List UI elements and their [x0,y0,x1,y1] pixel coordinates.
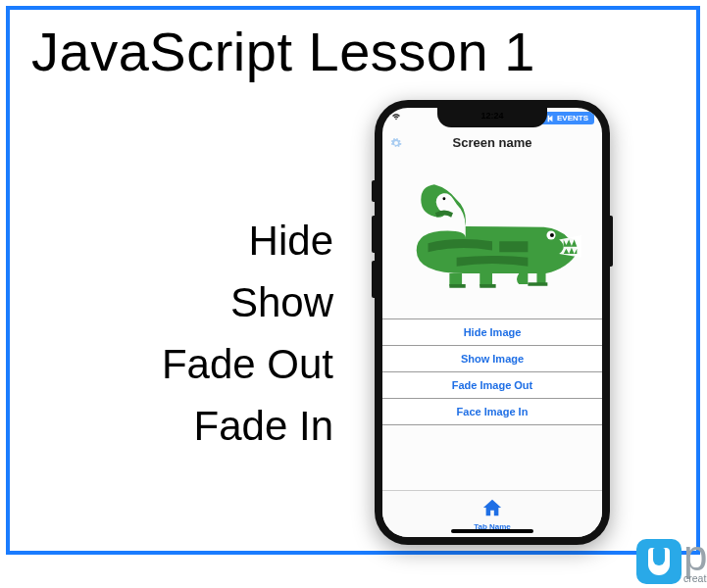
phone-side-button [372,261,375,298]
action-hide: Hide [10,210,333,271]
action-fade-out: Fade Out [10,333,333,395]
logo-icon [636,539,682,584]
svg-point-1 [550,233,554,237]
home-indicator [451,529,533,533]
logo-letters: pp [683,538,707,572]
logo-tagline: creative ap [683,572,707,584]
crocodile-image [394,167,590,304]
tab-bar: Tab Name [382,490,602,537]
button-list: Hide Image Show Image Fade Image Out Fac… [382,319,602,425]
action-list: Hide Show Fade Out Fade In [10,210,333,457]
wifi-icon [390,112,402,123]
image-area [382,157,602,314]
page-title: JavaScript Lesson 1 [31,20,535,83]
logo-text: pp creative ap [683,538,707,584]
phone-side-button [610,216,613,267]
status-time: 12:24 [480,111,503,121]
phone-side-button [372,216,375,253]
events-label: EVENTS [557,114,588,122]
show-image-button[interactable]: Show Image [382,345,602,372]
fade-image-out-button[interactable]: Fade Image Out [382,371,602,399]
action-fade-in: Fade In [10,395,333,457]
screen-title: Screen name [382,133,602,156]
phone-side-button [372,180,375,202]
lesson-frame: JavaScript Lesson 1 Hide Show Fade Out F… [6,6,700,555]
svg-point-2 [442,197,445,200]
fade-image-in-button[interactable]: Face Image In [382,398,602,425]
action-show: Show [10,271,333,333]
phone-mockup: EVENTS 12:24 Screen name [375,100,610,545]
hide-image-button[interactable]: Hide Image [382,318,602,346]
home-icon[interactable] [481,498,503,521]
events-badge[interactable]: EVENTS [540,112,594,124]
brand-logo: pp creative ap [636,538,707,584]
phone-screen: EVENTS 12:24 Screen name [382,108,602,537]
